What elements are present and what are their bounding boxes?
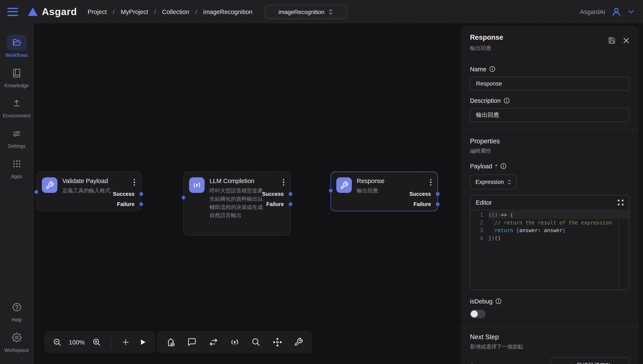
breadcrumb-item-myproject[interactable]: MyProject (121, 8, 148, 15)
port-success[interactable] (139, 192, 143, 196)
node-description: 呼叫大型語言模型並產生結構化的資料輸出以輔助流程的決策或生成自然語言輸出 (209, 187, 268, 220)
workflow-selector-value: imageRecognition (278, 8, 324, 15)
node-menu-kebab-icon[interactable] (429, 178, 432, 186)
code-line[interactable]: 4})() (470, 234, 629, 242)
sidebar-item-label: Apps (11, 174, 22, 180)
hamburger-menu-icon[interactable] (8, 8, 18, 16)
help-circle-icon (12, 302, 22, 312)
sidebar-item-apps[interactable]: Apps (7, 156, 27, 180)
port-success[interactable] (289, 192, 292, 196)
sidebar-item-environment[interactable]: Environment (3, 95, 30, 119)
info-icon[interactable] (500, 163, 507, 169)
node-title: Validate Payload (62, 177, 121, 184)
editor-scrollbar[interactable] (618, 210, 619, 290)
upload-icon (12, 98, 21, 108)
sidebar-item-label: Settings (8, 143, 26, 149)
toggle-knob (471, 310, 478, 318)
node-texts: Response 輸出回應 (357, 177, 415, 195)
sidebar-item-settings[interactable]: Settings (7, 126, 27, 149)
port-input[interactable] (182, 196, 185, 200)
sidebar-item-label: Environment (3, 113, 30, 119)
name-input[interactable]: Response (470, 77, 629, 91)
panel-divider (461, 130, 638, 130)
breadcrumb-item-project[interactable]: Project (88, 8, 107, 15)
code-lines: 1(() => {2 // return the result of the e… (470, 211, 629, 242)
line-number: 4 (470, 234, 488, 242)
search-icon[interactable] (251, 336, 261, 347)
port-input[interactable] (35, 190, 38, 194)
name-label-text: Name (470, 66, 486, 73)
workflow-edges (34, 23, 157, 85)
chevron-down-icon[interactable] (627, 8, 635, 16)
add-node-icon[interactable] (165, 336, 176, 347)
isdebug-field-label: isDebug (470, 298, 629, 305)
brand-logo[interactable]: Asgard (28, 6, 77, 18)
port-failure[interactable] (436, 202, 440, 206)
save-icon[interactable] (608, 37, 615, 44)
run-button[interactable] (138, 336, 148, 347)
add-button[interactable] (120, 336, 131, 347)
payload-type-value: Expression (476, 178, 504, 185)
isdebug-label-text: isDebug (470, 298, 493, 305)
grid-icon (12, 159, 21, 168)
code-editor-area[interactable]: 1(() => {2 // return the result of the e… (470, 210, 629, 242)
panel-scroll-gutter[interactable] (638, 23, 643, 364)
port-input[interactable] (329, 189, 333, 192)
sidebar-item-label: Help (12, 317, 22, 323)
left-sidebar: Workflows Knowledge Environment (0, 23, 34, 364)
line-number: 3 (470, 226, 488, 234)
zoom-in-button[interactable] (91, 336, 102, 347)
navbar-right: AsgardAI (580, 6, 635, 17)
add-target-node-button[interactable]: + 新增目標節點 (551, 357, 629, 364)
isdebug-toggle[interactable] (470, 310, 485, 318)
code-text: // return the result of the expression (488, 219, 629, 226)
port-failure[interactable] (289, 202, 292, 206)
breadcrumb-separator: / (195, 8, 197, 15)
zoom-out-button[interactable] (52, 336, 62, 347)
description-input[interactable]: 輸出回應 (470, 108, 629, 122)
node-description: 輸出回應 (357, 187, 415, 195)
llm-bulb-icon[interactable] (229, 336, 240, 347)
workflow-selector-dropdown[interactable]: imageRecognition (265, 5, 347, 19)
plus-icon: + (569, 362, 573, 364)
node-llm-completion[interactable]: LLM Completion 呼叫大型語言模型並產生結構化的資料輸出以輔助流程的… (183, 172, 291, 236)
user-label: AsgardAI (580, 8, 605, 15)
comment-icon[interactable] (186, 336, 197, 347)
user-avatar-icon[interactable] (611, 6, 622, 17)
code-line[interactable]: 3 return {answer: answer} (470, 226, 629, 234)
info-icon[interactable] (504, 98, 510, 104)
node-description: 定義工具的輸入格式 (62, 187, 121, 195)
breadcrumb-separator: / (154, 8, 156, 15)
sidebar-item-knowledge[interactable]: Knowledge (5, 65, 29, 88)
code-line[interactable]: 1(() => { (470, 211, 629, 219)
panel-title: Response (470, 34, 503, 42)
llm-bulb-icon (189, 177, 204, 193)
port-label-failure: Failure (266, 201, 284, 207)
breadcrumb-item-workflow[interactable]: imageRecognition (203, 8, 253, 15)
move-diamonds-icon[interactable] (272, 336, 283, 347)
info-icon[interactable] (489, 66, 495, 72)
swap-arrows-icon[interactable] (208, 336, 219, 347)
sidebar-item-help[interactable]: Help (7, 300, 27, 323)
node-validate-payload[interactable]: Validate Payload 定義工具的輸入格式 Success Failu… (36, 172, 142, 211)
port-success[interactable] (436, 192, 440, 196)
tools-wrench-icon[interactable] (293, 336, 304, 347)
sliders-icon (12, 129, 21, 138)
code-text: (() => { (488, 211, 629, 219)
info-icon[interactable] (495, 298, 502, 304)
panel-header: Response 輸出回應 (461, 26, 638, 58)
chevron-up-down-icon (329, 8, 333, 15)
sidebar-item-workflows[interactable]: Workflows (5, 35, 28, 58)
payload-type-dropdown[interactable]: Expression (470, 174, 517, 189)
port-failure[interactable] (139, 202, 143, 206)
node-menu-kebab-icon[interactable] (282, 178, 285, 186)
code-line[interactable]: 2 // return the result of the expression (470, 219, 629, 226)
node-response[interactable]: Response 輸出回應 Success Failure (330, 172, 438, 211)
close-icon[interactable] (623, 37, 629, 44)
port-label-success: Success (262, 191, 284, 197)
expand-icon[interactable] (617, 200, 624, 206)
node-menu-kebab-icon[interactable] (133, 178, 136, 186)
breadcrumb-item-collection[interactable]: Collection (162, 8, 189, 15)
sidebar-item-workspace[interactable]: Workspace (4, 330, 29, 353)
sidebar-item-label: Workflows (5, 52, 28, 58)
